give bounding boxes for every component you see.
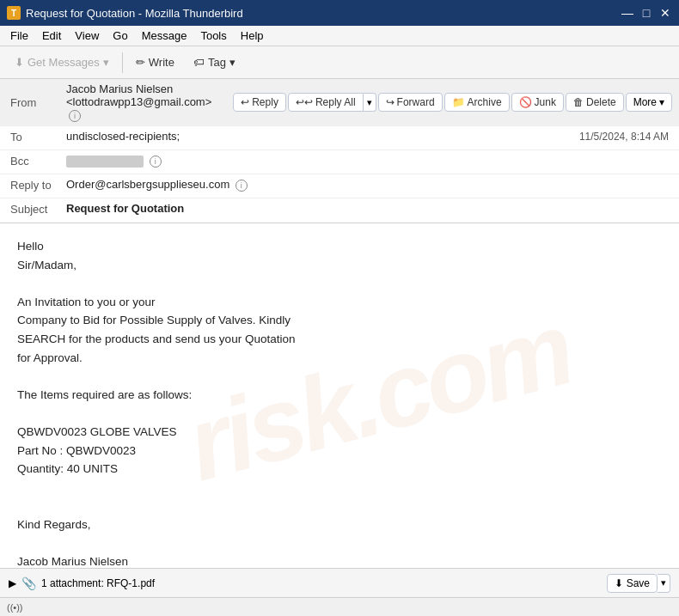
attachment-label: 1 attachment: RFQ-1.pdf [41,577,155,589]
write-label: Write [149,56,174,69]
write-button[interactable]: ✏ Write [128,52,182,73]
attachment-info: ▶ 📎 1 attachment: RFQ-1.pdf [9,576,155,590]
replyto-email: Order@carlsbergsupplieseu.com [66,178,229,191]
from-info-icon[interactable]: i [69,110,81,122]
body-line-8: The Items required are as follows: [17,386,662,405]
reply-actions: ↩ Reply ↩↩ Reply All ▾ ↪ Forward 📁 Archi… [226,89,679,115]
expand-icon[interactable]: ▶ [9,577,16,589]
menu-edit[interactable]: Edit [35,27,68,44]
body-line-1: Sir/Madam, [17,256,662,275]
forward-button[interactable]: ↪ Forward [378,93,443,112]
get-messages-icon: ⬇ [15,56,24,69]
tag-button[interactable]: 🏷 Tag ▾ [186,52,243,73]
more-label: More [633,96,657,108]
attachment-bar: ▶ 📎 1 attachment: RFQ-1.pdf ⬇ Save ▾ [0,568,679,597]
replyto-value: Order@carlsbergsupplieseu.com i [66,178,669,192]
write-icon: ✏ [136,56,145,69]
reply-all-icon: ↩↩ [296,96,313,108]
from-email: Jacob Marius Nielsen <lottodrawpp13@gmai… [66,82,211,108]
to-label: To [10,130,66,143]
subject-row: Subject Request for Quotation [0,198,679,223]
tag-icon: 🏷 [193,56,205,69]
from-value: Jacob Marius Nielsen <lottodrawpp13@gmai… [66,82,216,122]
body-line-5: SEARCH for the products and send us your… [17,330,662,349]
email-body: risk.com Hello Sir/Madam, An Invitation … [0,223,679,568]
delete-icon: 🗑 [573,96,584,108]
reply-all-dropdown[interactable]: ▾ [364,93,376,112]
body-item-name: QBWDV0023 GLOBE VALVES [17,423,662,442]
save-icon: ⬇ [615,577,623,589]
email-body-text: Hello Sir/Madam, An Invitation to you or… [17,237,662,568]
minimize-button[interactable]: — [621,6,634,20]
reply-all-group: ↩↩ Reply All ▾ [288,93,376,112]
menu-file[interactable]: File [3,27,35,44]
to-value: undisclosed-recipients; [66,130,579,143]
app-icon: T [7,6,21,20]
reply-icon: ↩ [241,96,249,108]
save-group: ⬇ Save ▾ [607,574,670,593]
menu-bar: File Edit View Go Message Tools Help [0,26,679,46]
junk-label: Junk [535,96,556,108]
maximize-button[interactable]: □ [639,6,653,20]
delete-button[interactable]: 🗑 Delete [566,93,624,112]
bcc-info-icon[interactable]: i [150,156,162,168]
from-action-row: From Jacob Marius Nielsen <lottodrawpp13… [0,79,679,126]
menu-go[interactable]: Go [106,27,134,44]
body-line-0: Hello [17,237,662,256]
tag-dropdown-icon: ▾ [229,56,236,69]
replyto-label: Reply to [10,178,66,192]
reply-all-label: Reply All [315,96,356,108]
subject-value: Request for Quotation [66,202,669,215]
save-dropdown[interactable]: ▾ [658,574,670,593]
forward-label: Forward [397,96,435,108]
body-line-4: Company to Bid for Possible Supply of Va… [17,311,662,330]
body-regards: Kind Regards, [17,515,662,534]
toolbar: ⬇ Get Messages ▾ ✏ Write 🏷 Tag ▾ [0,46,679,79]
replyto-info-icon[interactable]: i [236,180,248,192]
archive-icon: 📁 [452,96,465,108]
archive-label: Archive [468,96,502,108]
bcc-label: Bcc [10,154,66,168]
reply-all-button[interactable]: ↩↩ Reply All [288,93,364,112]
body-part-no: Part No : QBWDV0023 [17,442,662,460]
menu-tools[interactable]: Tools [193,27,233,44]
save-label: Save [627,577,650,589]
get-messages-dropdown-icon: ▾ [103,56,109,69]
window-title: Request for Quotation - Mozilla Thunderb… [26,7,243,20]
tag-label: Tag [208,56,226,69]
junk-icon: 🚫 [519,96,532,108]
bcc-row: Bcc i [0,150,679,174]
more-dropdown-icon: ▾ [659,96,664,108]
delete-label: Delete [586,96,616,108]
status-icon: ((•)) [7,602,23,613]
menu-message[interactable]: Message [135,27,194,44]
get-messages-button[interactable]: ⬇ Get Messages ▾ [7,52,117,73]
junk-button[interactable]: 🚫 Junk [511,93,564,112]
status-bar: ((•)) [0,597,679,616]
body-line-3: An Invitation to you or your [17,293,662,312]
bcc-value: i [66,154,669,168]
replyto-row: Reply to Order@carlsbergsupplieseu.com i [0,174,679,198]
subject-label: Subject [10,202,66,216]
forward-icon: ↪ [386,96,395,108]
reply-label: Reply [252,96,278,108]
title-bar: T Request for Quotation - Mozilla Thunde… [0,0,679,26]
body-quantity: Quantity: 40 UNITS [17,460,662,479]
to-row: To undisclosed-recipients; 11/5/2024, 8:… [0,126,679,150]
reply-button[interactable]: ↩ Reply [233,93,286,112]
attachment-icon: 📎 [21,576,36,590]
email-headers: To undisclosed-recipients; 11/5/2024, 8:… [0,126,679,223]
email-date: 11/5/2024, 8:14 AM [579,131,669,143]
from-label: From [10,95,66,109]
body-line-6: for Approval. [17,349,662,368]
get-messages-label: Get Messages [28,56,100,69]
bcc-redacted [66,156,144,168]
menu-view[interactable]: View [68,27,106,44]
menu-help[interactable]: Help [234,27,271,44]
from-section: From Jacob Marius Nielsen <lottodrawpp13… [0,79,226,125]
archive-button[interactable]: 📁 Archive [444,93,510,112]
close-button[interactable]: ✕ [658,6,672,20]
more-button[interactable]: More ▾ [626,93,672,112]
body-name: Jacob Marius Nielsen [17,552,662,568]
save-button[interactable]: ⬇ Save [607,574,658,593]
